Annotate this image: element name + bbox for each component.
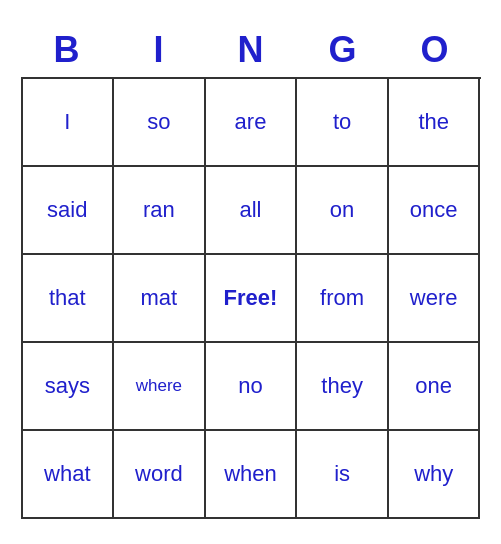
bingo-cell-r4-c4[interactable]: why [389,431,481,519]
bingo-cell-r1-c4[interactable]: once [389,167,481,255]
header-letter: O [389,25,481,75]
bingo-card: BINGO Isoaretothesaidranallononcethatmat… [11,15,491,529]
bingo-cell-r1-c1[interactable]: ran [114,167,206,255]
bingo-cell-r2-c2[interactable]: Free! [206,255,298,343]
bingo-cell-r0-c4[interactable]: the [389,79,481,167]
bingo-cell-r2-c1[interactable]: mat [114,255,206,343]
bingo-cell-r2-c0[interactable]: that [23,255,115,343]
bingo-cell-r2-c3[interactable]: from [297,255,389,343]
bingo-cell-r1-c3[interactable]: on [297,167,389,255]
bingo-header: BINGO [21,25,481,75]
bingo-cell-r3-c2[interactable]: no [206,343,298,431]
bingo-cell-r3-c3[interactable]: they [297,343,389,431]
bingo-cell-r3-c0[interactable]: says [23,343,115,431]
header-letter: I [113,25,205,75]
bingo-cell-r0-c0[interactable]: I [23,79,115,167]
bingo-cell-r4-c1[interactable]: word [114,431,206,519]
bingo-cell-r1-c2[interactable]: all [206,167,298,255]
bingo-cell-r4-c0[interactable]: what [23,431,115,519]
bingo-cell-r1-c0[interactable]: said [23,167,115,255]
bingo-cell-r0-c2[interactable]: are [206,79,298,167]
bingo-cell-r0-c1[interactable]: so [114,79,206,167]
bingo-cell-r3-c4[interactable]: one [389,343,481,431]
bingo-cell-r0-c3[interactable]: to [297,79,389,167]
bingo-grid: IsoaretothesaidranallononcethatmatFree!f… [21,77,481,519]
bingo-cell-r4-c3[interactable]: is [297,431,389,519]
header-letter: N [205,25,297,75]
bingo-cell-r3-c1[interactable]: where [114,343,206,431]
bingo-cell-r4-c2[interactable]: when [206,431,298,519]
bingo-cell-r2-c4[interactable]: were [389,255,481,343]
header-letter: G [297,25,389,75]
header-letter: B [21,25,113,75]
